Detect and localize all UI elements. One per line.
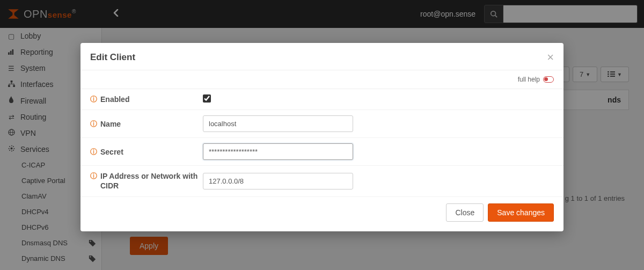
- name-input[interactable]: [203, 115, 353, 132]
- close-button[interactable]: Close: [446, 203, 484, 222]
- field-enabled: ⓘEnabled: [80, 89, 564, 110]
- enabled-checkbox[interactable]: [203, 94, 211, 103]
- info-icon[interactable]: ⓘ: [90, 120, 97, 129]
- info-icon[interactable]: ⓘ: [90, 148, 97, 157]
- edit-client-modal: Edit Client × full help ⓘEnabled ⓘName ⓘ…: [80, 43, 564, 231]
- field-name: ⓘName: [80, 110, 564, 138]
- field-cidr: ⓘIP Address or Network with CIDR: [80, 166, 564, 196]
- info-icon[interactable]: ⓘ: [90, 172, 97, 181]
- field-secret: ⓘSecret: [80, 138, 564, 166]
- secret-input[interactable]: [203, 143, 353, 160]
- close-icon[interactable]: ×: [547, 52, 554, 63]
- modal-overlay[interactable]: Edit Client × full help ⓘEnabled ⓘName ⓘ…: [0, 0, 644, 270]
- modal-footer: Close Save changes: [80, 197, 564, 231]
- cidr-input[interactable]: [203, 173, 353, 189]
- full-help-toggle[interactable]: full help: [80, 70, 564, 89]
- toggle-off-icon: [543, 76, 554, 83]
- modal-title: Edit Client: [90, 52, 135, 63]
- modal-header: Edit Client ×: [80, 43, 564, 70]
- save-button[interactable]: Save changes: [488, 203, 554, 222]
- info-icon[interactable]: ⓘ: [90, 95, 97, 104]
